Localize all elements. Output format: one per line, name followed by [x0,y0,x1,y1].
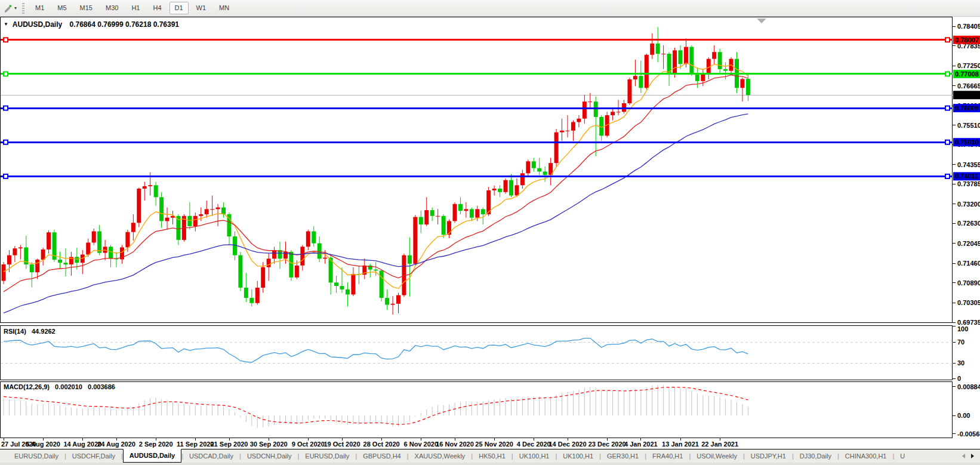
timeframe-button-m5[interactable]: M5 [52,2,72,14]
trading-terminal-window: ▾ M1M5M15M30H1H4D1W1MN 0.784050.778350.7… [0,0,980,465]
chart-tab-usoil-weekly[interactable]: USOil,Weekly [691,450,743,463]
timeframe-toolbar: M1M5M15M30H1H4D1W1MN [29,2,236,14]
chart-tab-bar: EURUSD,Daily|USDCHF,Daily|AUDUSD,Daily|U… [0,449,980,463]
svg-text:0.78405: 0.78405 [957,23,980,30]
svg-text:0.76009: 0.76009 [955,104,979,112]
chart-tab-gbpusd-h4[interactable]: GBPUSD,H4 [357,450,407,463]
pencil-icon [3,4,13,13]
svg-text:21 Sep 2020: 21 Sep 2020 [211,441,248,448]
svg-text:13 Jan 2021: 13 Jan 2021 [662,441,699,448]
chart-symbol-label: AUDUSD,Daily [13,20,62,29]
macd-signal-value: 0.003686 [88,383,115,390]
svg-text:70: 70 [957,338,964,346]
svg-text:4 Dec 2020: 4 Dec 2020 [517,441,551,448]
svg-text:11 Sep 2020: 11 Sep 2020 [177,441,214,448]
timeframe-button-h4[interactable]: H4 [147,2,167,14]
svg-text:0.00: 0.00 [957,412,970,419]
timeframe-toolbar-row: ▾ M1M5M15M30H1H4D1W1MN [0,0,980,17]
rsi-name: RSI(14) [4,328,26,335]
timeframe-button-mn[interactable]: MN [214,2,235,14]
chart-tab-ger30-h1[interactable]: GER30,H1 [601,450,645,463]
svg-text:-0.005651: -0.005651 [957,430,980,438]
svg-text:5 Aug 2020: 5 Aug 2020 [26,441,60,448]
svg-text:0.73200: 0.73200 [957,201,980,208]
svg-text:0.70890: 0.70890 [957,279,980,287]
chart-tab-uk100-h1[interactable]: UK100,H1 [513,450,556,463]
chart-canvas[interactable]: 0.784050.778350.772500.766650.760800.755… [0,17,980,449]
macd-name: MACD(12,26,9) [4,383,50,390]
macd-pane [1,382,953,438]
chart-tab-dj30-daily[interactable]: DJ30,Daily [794,450,837,463]
chart-title: ▼ AUDUSD,Daily 0.76864 0.76999 0.76218 0… [4,20,179,29]
svg-text:2 Sep 2020: 2 Sep 2020 [139,441,173,448]
svg-text:16 Nov 2020: 16 Nov 2020 [436,441,474,448]
svg-text:0.72045: 0.72045 [957,240,980,247]
chart-tab-xauusd-weekly[interactable]: XAUUSD,Weekly [409,450,471,463]
chart-tab-usdcnh-daily[interactable]: USDCNH,Daily [241,450,298,463]
svg-text:0.72630: 0.72630 [957,220,980,227]
chevron-down-icon: ▾ [14,5,17,11]
svg-text:0.00884: 0.00884 [957,383,980,390]
chart-tab-fra40-h1[interactable]: FRA40,H1 [646,450,689,463]
svg-text:0.77008: 0.77008 [955,70,979,78]
chart-tab-u[interactable]: U [894,450,911,463]
chart-tab-usdchf-daily[interactable]: USDCHF,Daily [66,450,121,463]
chart-tabs-list: EURUSD,Daily|USDCHF,Daily|AUDUSD,Daily|U… [8,449,911,463]
timeframe-button-w1[interactable]: W1 [191,2,212,14]
chart-tab-usdcad-daily[interactable]: USDCAD,Daily [183,450,239,463]
chart-tab-usdjpy-h1[interactable]: USDJPY,H1 [745,450,792,463]
timeframe-button-m15[interactable]: M15 [75,2,98,14]
svg-text:22 Jan 2021: 22 Jan 2021 [701,441,738,448]
svg-text:25 Nov 2020: 25 Nov 2020 [475,441,513,448]
tab-scroll-arrows [962,454,980,458]
scroll-tabs-right-icon[interactable] [971,454,974,458]
svg-text:0.76665: 0.76665 [957,82,980,90]
svg-text:4 Jan 2021: 4 Jan 2021 [624,441,658,448]
chart-tab-china300-h1[interactable]: CHINA300,H1 [839,450,893,463]
macd-indicator-label: MACD(12,26,9) 0.002010 0.003686 [4,383,115,390]
svg-text:0.71460: 0.71460 [957,260,980,267]
svg-text:14 Dec 2020: 14 Dec 2020 [549,441,587,448]
toolbar-grip[interactable] [22,3,24,14]
svg-text:24 Aug 2020: 24 Aug 2020 [97,441,135,448]
svg-text:28 Oct 2020: 28 Oct 2020 [363,441,400,448]
svg-text:30 Sep 2020: 30 Sep 2020 [250,441,288,448]
svg-text:0.74011: 0.74011 [955,173,978,180]
svg-text:0.73785: 0.73785 [957,180,980,187]
svg-text:0.70305: 0.70305 [957,299,980,306]
date-axis: 27 Jul 20205 Aug 202014 Aug 202024 Aug 2… [1,438,738,448]
collapse-triangle-icon[interactable]: ▼ [4,21,8,27]
chart-tab-audusd-daily[interactable]: AUDUSD,Daily [123,449,181,463]
rsi-pane [1,326,953,380]
price-badges: 0.780070.770080.760090.750100.740110.763… [953,36,980,181]
svg-text:19 Oct 2020: 19 Oct 2020 [323,441,360,448]
svg-text:100: 100 [957,325,968,332]
timeframe-button-m1[interactable]: M1 [30,2,50,14]
chart-tab-eurusd-daily[interactable]: EURUSD,Daily [8,450,64,463]
svg-text:0.77250: 0.77250 [957,62,980,69]
svg-text:6 Nov 2020: 6 Nov 2020 [404,441,438,448]
svg-text:0.75510: 0.75510 [957,122,980,129]
svg-text:0.76391: 0.76391 [955,91,979,98]
svg-text:0.78007: 0.78007 [955,36,979,44]
svg-text:30: 30 [957,359,964,367]
chart-tab-uk100-h1[interactable]: UK100,H1 [557,450,599,463]
svg-text:14 Aug 2020: 14 Aug 2020 [63,441,101,448]
timeframe-button-m30[interactable]: M30 [100,2,124,14]
svg-text:0: 0 [957,375,961,382]
rsi-indicator-label: RSI(14) 44.9262 [4,328,56,335]
svg-text:23 Dec 2020: 23 Dec 2020 [588,441,626,448]
rsi-value: 44.9262 [32,328,56,335]
svg-text:0.75010: 0.75010 [955,138,979,146]
status-strip [0,463,980,465]
timeframe-button-d1[interactable]: D1 [170,2,189,14]
chart-tab-hk50-h1[interactable]: HK50,H1 [473,450,511,463]
timeframe-button-h1[interactable]: H1 [126,2,145,14]
svg-text:9 Oct 2020: 9 Oct 2020 [292,441,325,448]
scroll-tabs-left-icon[interactable] [962,454,965,458]
pencil-cursor-icon[interactable]: ▾ [1,2,19,14]
svg-text:0.74355: 0.74355 [957,161,980,168]
main-price-pane [1,17,953,323]
chart-tab-eurusd-daily[interactable]: EURUSD,Daily [299,450,355,463]
macd-main-value: 0.002010 [55,383,82,390]
